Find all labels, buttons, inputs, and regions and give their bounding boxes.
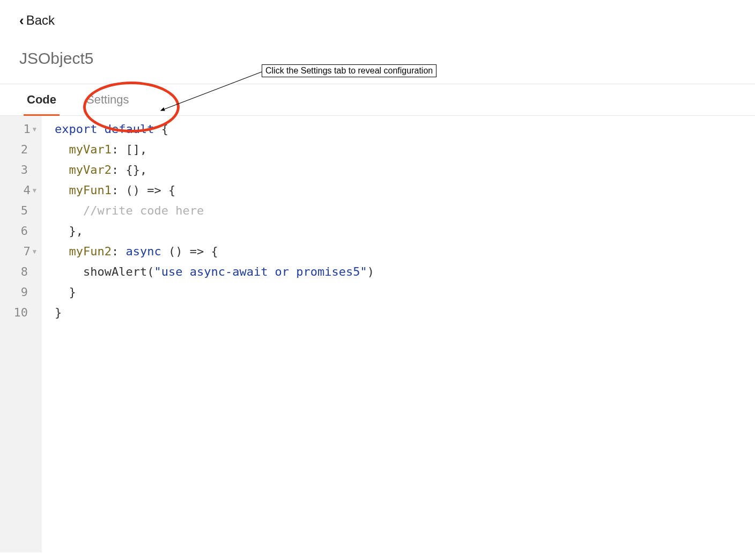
- chevron-left-icon: ‹: [19, 13, 24, 27]
- line-number: 7▼: [0, 241, 36, 262]
- tab-bar: Code Settings: [0, 84, 755, 116]
- annotation-text: Click the Settings tab to reveal configu…: [265, 66, 433, 75]
- code-editor[interactable]: 1▼234▼567▼8910 export default { myVar1: …: [0, 116, 755, 552]
- code-line[interactable]: }: [55, 303, 755, 323]
- line-number: 2: [0, 139, 36, 160]
- tab-settings[interactable]: Settings: [86, 84, 129, 115]
- line-number: 4▼: [0, 180, 36, 201]
- code-line[interactable]: showAlert("use async-await or promises5"…: [55, 262, 755, 282]
- code-line[interactable]: myVar1: [],: [55, 139, 755, 160]
- back-button[interactable]: ‹ Back: [19, 13, 55, 28]
- code-line[interactable]: export default {: [55, 119, 755, 139]
- fold-icon[interactable]: ▼: [33, 119, 36, 139]
- line-number: 10: [0, 303, 36, 323]
- line-number: 8: [0, 262, 36, 282]
- fold-icon[interactable]: ▼: [33, 180, 36, 201]
- code-line[interactable]: },: [55, 221, 755, 241]
- editor-code-area[interactable]: export default { myVar1: [], myVar2: {},…: [42, 116, 755, 552]
- code-line[interactable]: }: [55, 282, 755, 303]
- tab-code[interactable]: Code: [27, 84, 56, 115]
- line-number: 1▼: [0, 119, 36, 139]
- code-line[interactable]: myFun1: () => {: [55, 180, 755, 201]
- fold-icon[interactable]: ▼: [33, 241, 36, 262]
- back-label: Back: [26, 13, 55, 28]
- code-line[interactable]: myVar2: {},: [55, 160, 755, 180]
- annotation-text-box: Click the Settings tab to reveal configu…: [262, 64, 436, 77]
- editor-gutter: 1▼234▼567▼8910: [0, 116, 42, 552]
- tab-settings-label: Settings: [86, 93, 129, 107]
- line-number: 3: [0, 160, 36, 180]
- code-line[interactable]: //write code here: [55, 201, 755, 221]
- line-number: 9: [0, 282, 36, 303]
- line-number: 6: [0, 221, 36, 241]
- code-line[interactable]: myFun2: async () => {: [55, 241, 755, 262]
- tab-code-label: Code: [27, 93, 56, 107]
- line-number: 5: [0, 201, 36, 221]
